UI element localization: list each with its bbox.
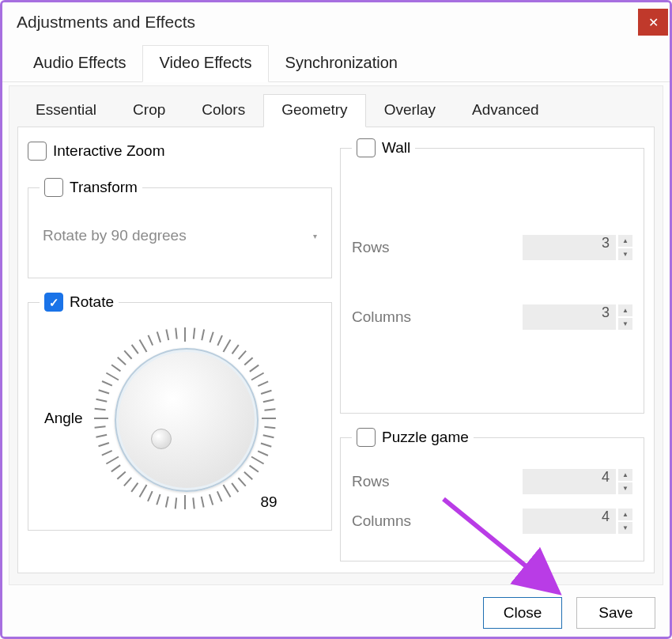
wall-cols-label: Columns [352,308,411,326]
title-bar: Adjustments and Effects ✕ [2,2,670,43]
tab-audio-effects[interactable]: Audio Effects [17,45,142,81]
dialog-footer: Close Save [483,597,655,629]
sub-tab-bar: Essential Crop Colors Geometry Overlay A… [17,94,655,127]
wall-rows-value[interactable]: 3 [523,235,616,260]
chevron-down-icon: ▾ [313,232,317,240]
transform-checkbox[interactable] [44,178,63,197]
interactive-zoom-label: Interactive Zoom [53,142,165,160]
tab-advanced[interactable]: Advanced [454,94,557,127]
puzzle-cols-up[interactable]: ▲ [618,509,632,520]
caret-down-icon: ▼ [622,251,629,258]
puzzle-group: Puzzle game Rows 4 ▲ ▼ Columns [340,428,644,561]
angle-label: Angle [44,410,83,427]
puzzle-rows-up[interactable]: ▲ [618,469,632,481]
transform-label: Transform [70,179,138,196]
puzzle-cols-down[interactable]: ▼ [618,522,632,534]
puzzle-cols-label: Columns [352,512,411,530]
tab-essential[interactable]: Essential [17,94,115,127]
transform-dropdown[interactable]: Rotate by 90 degrees ▾ [40,221,320,251]
wall-rows-label: Rows [352,239,390,256]
puzzle-cols-spinner[interactable]: 4 ▲ ▼ [523,509,632,534]
caret-up-icon: ▲ [622,471,629,478]
window-close-button[interactable]: ✕ [638,9,668,36]
caret-up-icon: ▲ [622,307,629,314]
rotate-checkbox[interactable] [44,293,63,312]
window-title: Adjustments and Effects [17,13,195,32]
puzzle-cols-value[interactable]: 4 [523,509,616,534]
dial-face[interactable] [115,348,259,492]
save-button[interactable]: Save [576,597,655,629]
wall-label: Wall [382,139,410,157]
puzzle-rows-spinner[interactable]: 4 ▲ ▼ [523,469,632,494]
tab-colors[interactable]: Colors [183,94,263,127]
rotate-label: Rotate [70,293,114,311]
geometry-panel: Interactive Zoom Transform Rotate by 90 … [17,127,655,573]
puzzle-rows-label: Rows [352,473,390,490]
transform-group: Transform Rotate by 90 degrees ▾ [28,178,332,278]
wall-rows-down[interactable]: ▼ [618,248,632,260]
wall-checkbox[interactable] [357,138,376,157]
main-tab-bar: Audio Effects Video Effects Synchronizat… [2,45,670,82]
caret-down-icon: ▼ [622,320,629,327]
wall-group: Wall Rows 3 ▲ ▼ [340,138,644,414]
wall-cols-down[interactable]: ▼ [618,318,632,330]
tab-crop[interactable]: Crop [115,94,183,127]
tab-overlay[interactable]: Overlay [366,94,454,127]
puzzle-checkbox[interactable] [357,428,376,447]
interactive-zoom-row: Interactive Zoom [28,138,332,164]
wall-cols-spinner[interactable]: 3 ▲ ▼ [523,304,632,330]
close-button[interactable]: Close [483,597,562,629]
rotate-group: Rotate Angle 89 [28,293,332,531]
caret-up-icon: ▲ [622,237,629,244]
puzzle-rows-value[interactable]: 4 [523,469,616,494]
angle-value: 89 [260,493,277,511]
video-effects-panel: Essential Crop Colors Geometry Overlay A… [9,85,663,585]
puzzle-rows-down[interactable]: ▼ [618,482,632,494]
close-icon: ✕ [648,15,659,30]
transform-dropdown-value: Rotate by 90 degrees [43,227,187,244]
tab-geometry[interactable]: Geometry [263,94,365,127]
wall-cols-up[interactable]: ▲ [618,304,632,316]
tab-synchronization[interactable]: Synchronization [269,45,414,81]
angle-dial[interactable]: 89 [94,327,276,509]
tab-video-effects[interactable]: Video Effects [142,45,268,82]
interactive-zoom-checkbox[interactable] [28,142,47,161]
caret-up-icon: ▲ [622,511,629,518]
dial-indicator-icon [151,429,172,449]
caret-down-icon: ▼ [622,524,629,531]
wall-rows-up[interactable]: ▲ [618,235,632,247]
puzzle-label: Puzzle game [382,429,469,446]
wall-rows-spinner[interactable]: 3 ▲ ▼ [523,235,632,260]
wall-cols-value[interactable]: 3 [523,304,616,330]
caret-down-icon: ▼ [622,485,629,492]
